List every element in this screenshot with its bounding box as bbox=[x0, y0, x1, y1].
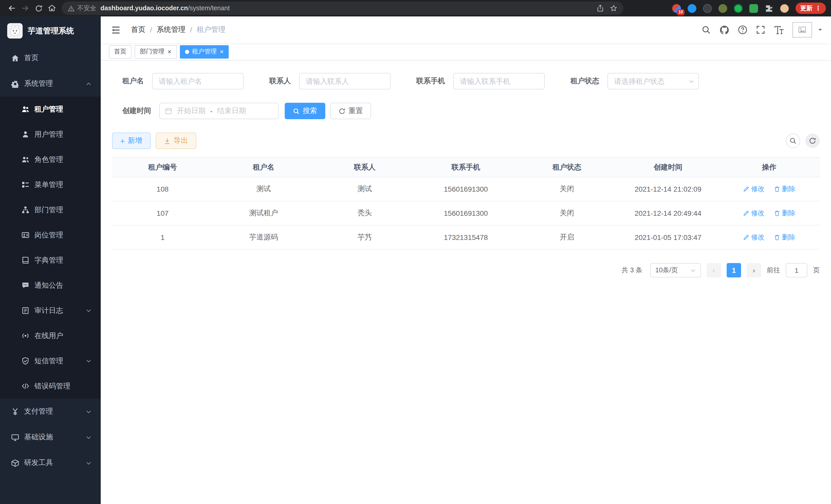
chrome-update-button[interactable]: 更新 ⋮ bbox=[796, 3, 826, 14]
date-range-picker[interactable]: 开始日期 - 结束日期 bbox=[159, 103, 279, 119]
current-page-button[interactable]: 1 bbox=[727, 263, 741, 277]
sidebar-item-devtool[interactable]: 研发工具 bbox=[0, 450, 101, 476]
filter-status: 租户状态 bbox=[560, 73, 699, 89]
extension-icon[interactable] bbox=[688, 4, 696, 12]
avatar[interactable] bbox=[793, 22, 812, 37]
sidebar-item-tenant[interactable]: 租户管理 bbox=[0, 97, 101, 122]
search-button[interactable]: 搜索 bbox=[285, 103, 325, 119]
font-size-icon[interactable] bbox=[774, 25, 784, 35]
cell-tenant-name: 测试 bbox=[213, 177, 314, 201]
sidebar-item-label: 短信管理 bbox=[34, 356, 63, 365]
sidebar-item-audit-log[interactable]: 审计日志 bbox=[0, 298, 101, 323]
sidebar-item-pay[interactable]: 支付管理 bbox=[0, 399, 101, 424]
contact-input[interactable] bbox=[299, 73, 391, 89]
reset-button[interactable]: 重置 bbox=[331, 103, 371, 119]
extension-icon[interactable] bbox=[703, 4, 712, 12]
next-page-button[interactable]: › bbox=[747, 263, 761, 277]
sidebar-item-label: 岗位管理 bbox=[34, 230, 63, 240]
system-submenu: 租户管理 用户管理 角色管理 菜单管理 部门管理 bbox=[0, 97, 101, 399]
sidebar-item-online-user[interactable]: 在线用户 bbox=[0, 323, 101, 348]
reload-icon[interactable] bbox=[32, 2, 45, 15]
extension-icon[interactable]: 10 bbox=[672, 4, 681, 12]
page-size-select[interactable]: 10条/页 bbox=[650, 263, 701, 277]
sidebar-item-infra[interactable]: 基础设施 bbox=[0, 424, 101, 450]
table-row: 107 测试租户 秃头 15601691300 关闭 2021-12-14 20… bbox=[112, 201, 820, 225]
sidebar-item-error-code[interactable]: 错误码管理 bbox=[0, 374, 101, 399]
col-contact: 联系人 bbox=[314, 157, 415, 177]
extensions-puzzle-icon[interactable] bbox=[765, 4, 773, 12]
sidebar-item-dept[interactable]: 部门管理 bbox=[0, 197, 101, 223]
chevron-down-icon bbox=[86, 409, 91, 414]
chevron-down-icon[interactable] bbox=[818, 27, 823, 32]
tab-home[interactable]: 首页 bbox=[109, 45, 132, 58]
sidebar-item-label: 租户管理 bbox=[34, 105, 63, 114]
fullscreen-icon[interactable] bbox=[756, 25, 765, 34]
edit-link[interactable]: 修改 bbox=[743, 184, 765, 194]
home-icon[interactable] bbox=[45, 2, 59, 15]
delete-link[interactable]: 删除 bbox=[774, 184, 795, 194]
tab-tenant[interactable]: 租户管理 × bbox=[180, 45, 229, 58]
phone-input[interactable] bbox=[453, 73, 545, 89]
logo[interactable]: 芋道管理系统 bbox=[0, 17, 101, 45]
page: 不安全 dashboard.yudao.iocoder.cn/system/te… bbox=[0, 0, 831, 504]
cell-operations: 修改删除 bbox=[718, 201, 820, 225]
sidebar-item-dict[interactable]: 字典管理 bbox=[0, 248, 101, 273]
pagination-total: 共 3 条 bbox=[622, 266, 642, 275]
breadcrumb-system[interactable]: 系统管理 bbox=[157, 25, 185, 34]
tab-label: 首页 bbox=[114, 47, 126, 56]
bookmark-star-icon[interactable] bbox=[610, 5, 617, 12]
sidebar-item-home[interactable]: 首页 bbox=[0, 45, 101, 71]
profile-avatar[interactable] bbox=[780, 4, 789, 12]
address-bar[interactable]: 不安全 dashboard.yudao.iocoder.cn/system/te… bbox=[62, 2, 623, 15]
collapse-sidebar-icon[interactable] bbox=[109, 23, 123, 37]
tab-dept[interactable]: 部门管理 × bbox=[135, 45, 176, 58]
navbar: 首页 / 系统管理 / 租户管理 bbox=[101, 17, 831, 43]
add-button[interactable]: + 新增 bbox=[112, 132, 150, 149]
app-title: 芋道管理系统 bbox=[28, 26, 74, 36]
extension-icon[interactable] bbox=[718, 4, 727, 12]
extension-icon[interactable] bbox=[749, 4, 758, 12]
filter-create-time: 创建时间 开始日期 - 结束日期 bbox=[112, 103, 279, 119]
close-icon[interactable]: × bbox=[220, 48, 224, 55]
search-icon[interactable] bbox=[701, 25, 711, 34]
edit-link[interactable]: 修改 bbox=[743, 233, 765, 242]
cell-contact: 芋艿 bbox=[314, 225, 415, 249]
sidebar-item-system[interactable]: 系统管理 bbox=[0, 71, 101, 97]
delete-link[interactable]: 删除 bbox=[774, 209, 795, 218]
sidebar-item-label: 角色管理 bbox=[34, 155, 63, 164]
sidebar-item-notice[interactable]: 通知公告 bbox=[0, 273, 101, 298]
online-user-icon bbox=[22, 332, 29, 339]
sidebar-item-user[interactable]: 用户管理 bbox=[0, 122, 101, 147]
github-icon[interactable] bbox=[719, 25, 729, 35]
sms-icon bbox=[22, 357, 29, 365]
tenant-name-input[interactable] bbox=[152, 73, 243, 89]
app: 芋道管理系统 首页 系统管理 租户管理 用户管理 bbox=[0, 17, 831, 504]
goto-page-input[interactable] bbox=[786, 263, 807, 277]
sidebar-item-sms[interactable]: 短信管理 bbox=[0, 348, 101, 374]
delete-link[interactable]: 删除 bbox=[774, 233, 795, 242]
filter-label: 联系人 bbox=[259, 77, 291, 86]
breadcrumb-home[interactable]: 首页 bbox=[131, 25, 145, 34]
navbar-actions bbox=[701, 22, 823, 37]
back-icon[interactable] bbox=[5, 2, 19, 15]
edit-link[interactable]: 修改 bbox=[743, 209, 765, 218]
filter-label: 联系手机 bbox=[406, 77, 445, 86]
toggle-search-icon[interactable] bbox=[786, 134, 800, 148]
status-select[interactable] bbox=[607, 73, 699, 89]
security-chip[interactable]: 不安全 bbox=[68, 4, 96, 12]
prev-page-button[interactable]: ‹ bbox=[707, 263, 721, 277]
sidebar-item-label: 审计日志 bbox=[34, 306, 63, 315]
sidebar-item-post[interactable]: 岗位管理 bbox=[0, 223, 101, 248]
sidebar-item-menu[interactable]: 菜单管理 bbox=[0, 172, 101, 197]
chevron-down-icon bbox=[86, 308, 91, 314]
export-button[interactable]: 导出 bbox=[156, 132, 196, 149]
sidebar-item-label: 字典管理 bbox=[34, 256, 63, 265]
forward-icon[interactable] bbox=[19, 2, 32, 15]
sidebar-item-role[interactable]: 角色管理 bbox=[0, 147, 101, 172]
extension-icon[interactable] bbox=[734, 4, 743, 12]
refresh-icon[interactable] bbox=[805, 134, 820, 148]
share-icon[interactable] bbox=[597, 5, 604, 12]
help-icon[interactable] bbox=[738, 25, 747, 34]
filter-label: 创建时间 bbox=[112, 106, 151, 116]
close-icon[interactable]: × bbox=[168, 48, 171, 55]
